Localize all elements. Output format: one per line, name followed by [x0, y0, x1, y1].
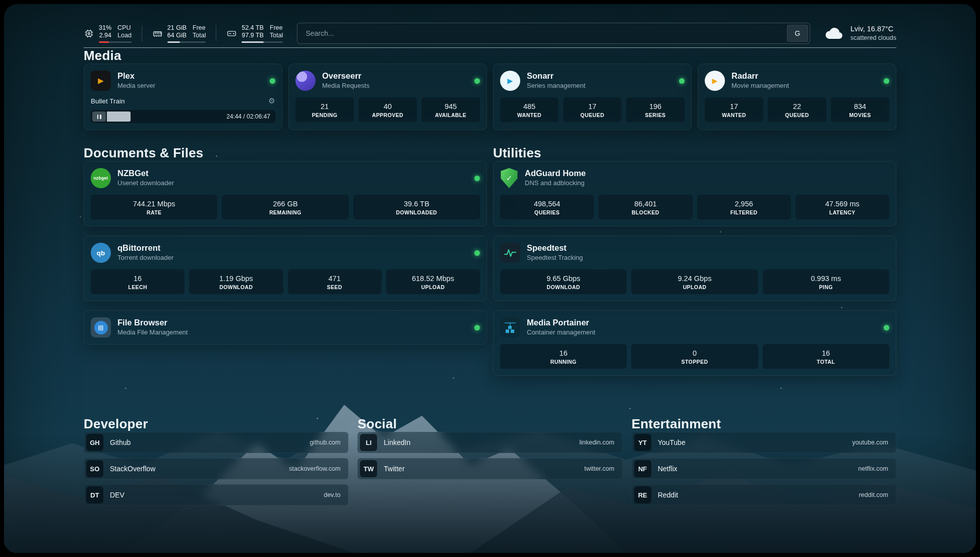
bookmark-stackoverflow[interactable]: SO StackOverflow stackoverflow.com [84, 458, 348, 479]
bookmark-netflix[interactable]: NF Netflix netflix.com [632, 458, 896, 479]
app-name: File Browser [117, 318, 188, 327]
stat-tile: 16 LEECH [91, 269, 185, 294]
cpu-usage: 31% [99, 24, 111, 32]
now-playing-title: Bullet Train [91, 97, 125, 105]
bookmark-url: dev.to [324, 491, 346, 498]
section-title-developer: Developer [84, 416, 348, 432]
app-card-qbittorrent[interactable]: qb qBittorrent Torrent downloader 16 LEE… [84, 236, 487, 301]
app-card-adguard[interactable]: AdGuard Home DNS and adblocking 498,564 … [493, 161, 896, 227]
utilities-column: Utilities AdGuard Home DNS and adblockin… [493, 145, 896, 385]
status-online-dot [474, 78, 480, 84]
stat-tile: 0 STOPPED [631, 344, 758, 369]
app-card-speedtest[interactable]: Speedtest Speedtest Tracking 9.65 Gbps D… [493, 236, 896, 301]
overseerr-icon [295, 71, 316, 91]
divider [216, 25, 216, 41]
stat-tile: 21 PENDING [295, 97, 354, 122]
speedtest-icon [500, 243, 520, 263]
stat-value: 17 [565, 102, 620, 111]
stat-value: 0.993 ms [765, 274, 887, 283]
stat-value: 22 [770, 102, 824, 111]
stat-value: 471 [290, 274, 380, 283]
app-card-nzbget[interactable]: nzbget NZBGet Usenet downloader 744.21 M… [84, 161, 487, 227]
stat-tile: 39.6 TB DOWNLOADED [353, 195, 480, 219]
section-title-entertainment: Entertainment [632, 416, 896, 432]
app-subtitle: Usenet downloader [117, 178, 174, 188]
stat-tile: 40 APPROVED [358, 97, 417, 122]
bookmark-url: stackoverflow.com [289, 465, 346, 472]
stat-tile: 471 SEED [288, 269, 382, 294]
bookmark-linkedin[interactable]: LI LinkedIn linkedin.com [357, 432, 622, 453]
search-input[interactable] [297, 23, 810, 44]
portainer-crane-icon [500, 317, 520, 338]
app-card-portainer[interactable]: Media Portainer Container management 16 … [493, 310, 896, 376]
stat-tile: 16 RUNNING [500, 344, 627, 369]
bookmark-dev[interactable]: DT DEV dev.to [84, 484, 348, 506]
stat-value: 744.21 Mbps [93, 199, 215, 208]
app-card-filebrowser[interactable]: ▤ File Browser Media File Management [84, 310, 487, 345]
stat-tile: 266 GB REMAINING [222, 195, 348, 219]
stat-value: 618.52 Mbps [388, 274, 478, 283]
stat-tile: 196 SERIES [626, 97, 685, 122]
status-online-dot [884, 325, 889, 330]
app-subtitle: Speedtest Tracking [527, 253, 583, 262]
ram-free-label: Free [193, 24, 206, 32]
app-card-plex[interactable]: Plex Media server Bullet Train ⚙ 24:44 /… [84, 64, 282, 130]
weather-condition: scattered clouds [850, 33, 896, 42]
stat-value: 39.6 TB [355, 199, 478, 208]
top-bar: 31% 2.94 CPU Load [84, 4, 896, 46]
linkedin-icon: LI [360, 434, 377, 451]
settings-gear-icon[interactable]: ⚙ [269, 96, 275, 105]
app-card-overseerr[interactable]: Overseerr Media Requests 21 PENDING 40 A… [288, 64, 487, 130]
bookmark-twitter[interactable]: TW Twitter twitter.com [357, 458, 622, 479]
app-name: Speedtest [527, 243, 583, 253]
stat-tile: 744.21 Mbps RATE [91, 195, 217, 219]
stat-label: WANTED [707, 112, 761, 118]
status-online-dot [270, 78, 275, 84]
weather-widget: Lviv, 16.87°C scattered clouds [824, 24, 896, 42]
snow-specks [4, 4, 6, 6]
stat-value: 498,564 [502, 199, 592, 208]
stat-value: 945 [423, 102, 478, 111]
stat-value: 0 [633, 349, 756, 358]
netflix-icon: NF [634, 460, 651, 477]
stat-tile: 498,564 QUERIES [500, 195, 594, 219]
stat-tile: 16 TOTAL [763, 344, 889, 369]
status-online-dot [474, 325, 480, 330]
stat-value: 485 [502, 102, 557, 111]
stat-label: STOPPED [633, 359, 756, 365]
bookmark-url: twitter.com [584, 465, 620, 472]
stat-label: BLOCKED [600, 209, 690, 215]
nzbget-icon: nzbget [91, 168, 111, 188]
app-name: Sonarr [527, 71, 585, 81]
bookmark-reddit[interactable]: RE Reddit reddit.com [632, 484, 896, 506]
cpu-load: 2.94 [99, 32, 111, 39]
stat-value: 40 [360, 102, 415, 111]
sonarr-icon [500, 71, 520, 91]
stat-tile: 86,401 BLOCKED [598, 195, 692, 219]
pause-button[interactable] [92, 112, 106, 122]
dashboard-window: 31% 2.94 CPU Load [4, 4, 976, 553]
stat-label: TOTAL [765, 359, 887, 365]
stat-value: 47.569 ms [798, 199, 887, 208]
bookmark-url: netflix.com [858, 465, 894, 472]
app-card-radarr[interactable]: Radarr Movie management 17 WANTED 22 QUE… [698, 64, 896, 130]
bookmark-name: Github [110, 438, 131, 447]
app-subtitle: Media File Management [117, 327, 188, 337]
app-card-sonarr[interactable]: Sonarr Series management 485 WANTED 17 Q… [493, 64, 692, 130]
disk-metric: 52.4 TB 97.9 TB Free Total [226, 24, 283, 43]
disk-free-label: Free [270, 24, 283, 32]
bookmark-youtube[interactable]: YT YouTube youtube.com [632, 432, 896, 453]
stackoverflow-icon: SO [86, 460, 103, 477]
stat-label: QUERIES [502, 209, 592, 215]
playback-bar[interactable]: 24:44 / 02:06:47 [91, 110, 275, 123]
app-subtitle: Torrent downloader [117, 253, 173, 262]
disk-total: 97.9 TB [241, 32, 264, 39]
status-online-dot [474, 176, 480, 181]
search-engine-button[interactable]: G [787, 25, 808, 42]
bookmark-name: DEV [110, 491, 125, 499]
bookmark-github[interactable]: GH Github github.com [84, 432, 348, 453]
stat-tile: 0.993 ms PING [763, 269, 889, 294]
stat-value: 266 GB [224, 199, 346, 208]
bookmark-name: Netflix [658, 465, 678, 473]
status-online-dot [474, 250, 480, 256]
